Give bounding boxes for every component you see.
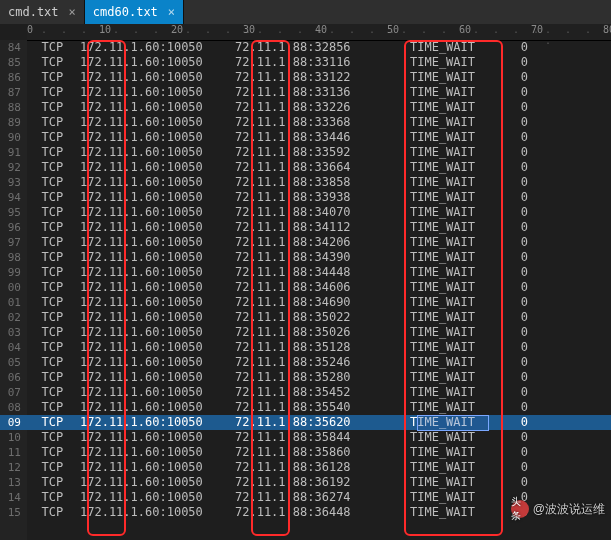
cell-state: TIME_WAIT <box>410 505 508 520</box>
cell-remote: 72.11.1.88:34690 <box>235 295 410 310</box>
cell-state: TIME_WAIT <box>410 415 508 430</box>
table-row[interactable]: TCP172.11.1.60:1005072.11.1.88:33136TIME… <box>27 85 611 100</box>
cell-proto: TCP <box>27 70 80 85</box>
cell-pid: 0 <box>508 415 528 430</box>
close-icon[interactable]: × <box>69 5 76 19</box>
cell-local: 172.11.1.60:10050 <box>80 160 235 175</box>
table-row[interactable]: TCP172.11.1.60:1005072.11.1.88:33122TIME… <box>27 70 611 85</box>
cell-proto: TCP <box>27 430 80 445</box>
cell-local: 172.11.1.60:10050 <box>80 70 235 85</box>
cell-proto: TCP <box>27 130 80 145</box>
cell-state: TIME_WAIT <box>410 205 508 220</box>
cell-pid: 0 <box>508 235 528 250</box>
cell-state: TIME_WAIT <box>410 40 508 55</box>
table-row[interactable]: TCP172.11.1.60:1005072.11.1.88:33116TIME… <box>27 55 611 70</box>
ruler-tick: 10 <box>99 24 111 35</box>
line-number: 90 <box>0 130 27 145</box>
line-number: 04 <box>0 340 27 355</box>
line-number: 94 <box>0 190 27 205</box>
table-row[interactable]: TCP172.11.1.60:1005072.11.1.88:35280TIME… <box>27 370 611 385</box>
table-row[interactable]: TCP172.11.1.60:1005072.11.1.88:35540TIME… <box>27 400 611 415</box>
line-number: 07 <box>0 385 27 400</box>
table-row[interactable]: TCP172.11.1.60:1005072.11.1.88:34112TIME… <box>27 220 611 235</box>
code-area[interactable]: TCP172.11.1.60:1005072.11.1.88:32856TIME… <box>27 40 611 540</box>
line-number: 95 <box>0 205 27 220</box>
cell-state: TIME_WAIT <box>410 115 508 130</box>
table-row[interactable]: TCP172.11.1.60:1005072.11.1.88:34390TIME… <box>27 250 611 265</box>
cell-proto: TCP <box>27 220 80 235</box>
cell-pid: 0 <box>508 445 528 460</box>
cell-local: 172.11.1.60:10050 <box>80 205 235 220</box>
cell-pid: 0 <box>508 430 528 445</box>
table-row[interactable]: TCP172.11.1.60:1005072.11.1.88:35620TIME… <box>27 415 611 430</box>
cell-pid: 0 <box>508 130 528 145</box>
line-number-gutter: 8485868788899091929394959697989900010203… <box>0 40 27 540</box>
table-row[interactable]: TCP172.11.1.60:1005072.11.1.88:35026TIME… <box>27 325 611 340</box>
cell-proto: TCP <box>27 475 80 490</box>
cell-pid: 0 <box>508 460 528 475</box>
line-number: 89 <box>0 115 27 130</box>
tab-cmd60-txt[interactable]: cmd60.txt× <box>85 0 184 24</box>
cell-remote: 72.11.1.88:34206 <box>235 235 410 250</box>
table-row[interactable]: TCP172.11.1.60:1005072.11.1.88:35860TIME… <box>27 445 611 460</box>
line-number: 11 <box>0 445 27 460</box>
table-row[interactable]: TCP172.11.1.60:1005072.11.1.88:33368TIME… <box>27 115 611 130</box>
cell-local: 172.11.1.60:10050 <box>80 220 235 235</box>
line-number: 85 <box>0 55 27 70</box>
cell-remote: 72.11.1.88:35860 <box>235 445 410 460</box>
cell-local: 172.11.1.60:10050 <box>80 190 235 205</box>
cell-state: TIME_WAIT <box>410 460 508 475</box>
table-row[interactable]: TCP172.11.1.60:1005072.11.1.88:36128TIME… <box>27 460 611 475</box>
table-row[interactable]: TCP172.11.1.60:1005072.11.1.88:33664TIME… <box>27 160 611 175</box>
cell-local: 172.11.1.60:10050 <box>80 355 235 370</box>
cell-remote: 72.11.1.88:36274 <box>235 490 410 505</box>
cell-pid: 0 <box>508 475 528 490</box>
line-number: 03 <box>0 325 27 340</box>
cell-state: TIME_WAIT <box>410 475 508 490</box>
cell-state: TIME_WAIT <box>410 220 508 235</box>
cell-remote: 72.11.1.88:34112 <box>235 220 410 235</box>
table-row[interactable]: TCP172.11.1.60:1005072.11.1.88:33858TIME… <box>27 175 611 190</box>
table-row[interactable]: TCP172.11.1.60:1005072.11.1.88:36192TIME… <box>27 475 611 490</box>
cell-pid: 0 <box>508 70 528 85</box>
line-number: 84 <box>0 40 27 55</box>
cell-pid: 0 <box>508 280 528 295</box>
cell-pid: 0 <box>508 385 528 400</box>
table-row[interactable]: TCP172.11.1.60:1005072.11.1.88:35022TIME… <box>27 310 611 325</box>
cell-local: 172.11.1.60:10050 <box>80 55 235 70</box>
cell-proto: TCP <box>27 145 80 160</box>
table-row[interactable]: TCP172.11.1.60:1005072.11.1.88:35128TIME… <box>27 340 611 355</box>
tab-cmd-txt[interactable]: cmd.txt× <box>0 0 85 24</box>
cell-state: TIME_WAIT <box>410 355 508 370</box>
cell-state: TIME_WAIT <box>410 175 508 190</box>
line-number: 13 <box>0 475 27 490</box>
table-row[interactable]: TCP172.11.1.60:1005072.11.1.88:35452TIME… <box>27 385 611 400</box>
cell-proto: TCP <box>27 40 80 55</box>
line-number: 87 <box>0 85 27 100</box>
cell-proto: TCP <box>27 445 80 460</box>
cell-local: 172.11.1.60:10050 <box>80 340 235 355</box>
table-row[interactable]: TCP172.11.1.60:1005072.11.1.88:34690TIME… <box>27 295 611 310</box>
table-row[interactable]: TCP172.11.1.60:1005072.11.1.88:33592TIME… <box>27 145 611 160</box>
table-row[interactable]: TCP172.11.1.60:1005072.11.1.88:35844TIME… <box>27 430 611 445</box>
cell-local: 172.11.1.60:10050 <box>80 145 235 160</box>
table-row[interactable]: TCP172.11.1.60:1005072.11.1.88:32856TIME… <box>27 40 611 55</box>
cell-remote: 72.11.1.88:35280 <box>235 370 410 385</box>
table-row[interactable]: TCP172.11.1.60:1005072.11.1.88:35246TIME… <box>27 355 611 370</box>
cell-remote: 72.11.1.88:35246 <box>235 355 410 370</box>
cell-proto: TCP <box>27 115 80 130</box>
table-row[interactable]: TCP172.11.1.60:1005072.11.1.88:34606TIME… <box>27 280 611 295</box>
cell-local: 172.11.1.60:10050 <box>80 445 235 460</box>
table-row[interactable]: TCP172.11.1.60:1005072.11.1.88:34070TIME… <box>27 205 611 220</box>
close-icon[interactable]: × <box>168 5 175 19</box>
cell-state: TIME_WAIT <box>410 250 508 265</box>
cell-proto: TCP <box>27 85 80 100</box>
table-row[interactable]: TCP172.11.1.60:1005072.11.1.88:33938TIME… <box>27 190 611 205</box>
table-row[interactable]: TCP172.11.1.60:1005072.11.1.88:33446TIME… <box>27 130 611 145</box>
cell-pid: 0 <box>508 370 528 385</box>
line-number: 06 <box>0 370 27 385</box>
cell-local: 172.11.1.60:10050 <box>80 235 235 250</box>
table-row[interactable]: TCP172.11.1.60:1005072.11.1.88:34448TIME… <box>27 265 611 280</box>
table-row[interactable]: TCP172.11.1.60:1005072.11.1.88:33226TIME… <box>27 100 611 115</box>
table-row[interactable]: TCP172.11.1.60:1005072.11.1.88:34206TIME… <box>27 235 611 250</box>
